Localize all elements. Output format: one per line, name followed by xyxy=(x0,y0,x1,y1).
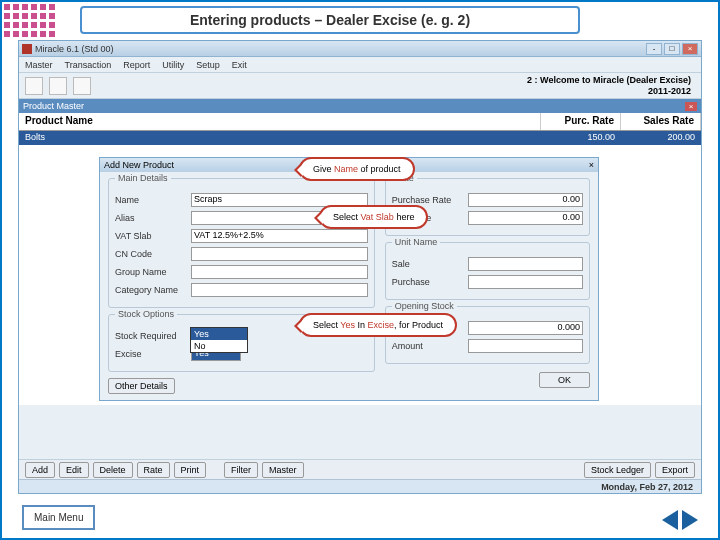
quantity-input[interactable]: 0.000 xyxy=(468,321,583,335)
status-date: Monday, Feb 27, 2012 xyxy=(601,482,693,492)
excise-label: Excise xyxy=(115,349,191,359)
amount-label: Amount xyxy=(392,341,468,351)
filter-button[interactable]: Filter xyxy=(224,462,258,478)
toolbar: 2 : Welcome to Miracle (Dealer Excise)20… xyxy=(19,73,701,99)
col-product-name[interactable]: Product Name xyxy=(19,113,541,130)
stock-ledger-button[interactable]: Stock Ledger xyxy=(584,462,651,478)
excise-dropdown-list: Yes No xyxy=(190,327,248,353)
dialog-close-icon[interactable]: × xyxy=(589,160,594,170)
next-slide-icon[interactable] xyxy=(682,510,698,530)
sale-rate-input[interactable]: 0.00 xyxy=(468,211,583,225)
print-button[interactable]: Print xyxy=(174,462,207,478)
callout-name: Give Name of product xyxy=(299,157,415,181)
stock-required-label: Stock Required xyxy=(115,331,191,341)
add-button[interactable]: Add xyxy=(25,462,55,478)
main-details-fieldset: Main Details NameScraps Alias VAT SlabVA… xyxy=(108,178,375,308)
col-purc-rate[interactable]: Purc. Rate xyxy=(541,113,621,130)
edit-button[interactable]: Edit xyxy=(59,462,89,478)
group-label: Group Name xyxy=(115,267,191,277)
ok-button[interactable]: OK xyxy=(539,372,590,388)
sale-unit-label: Sale xyxy=(392,259,468,269)
category-input[interactable] xyxy=(191,283,368,297)
alias-label: Alias xyxy=(115,213,191,223)
tool-icon-3[interactable] xyxy=(73,77,91,95)
menu-exit[interactable]: Exit xyxy=(232,60,247,70)
purchase-rate-input[interactable]: 0.00 xyxy=(468,193,583,207)
cn-code-input[interactable] xyxy=(191,247,368,261)
excise-option-yes[interactable]: Yes xyxy=(191,328,247,340)
master-button[interactable]: Master xyxy=(262,462,304,478)
rate-button[interactable]: Rate xyxy=(137,462,170,478)
export-button[interactable]: Export xyxy=(655,462,695,478)
action-bar: Add Edit Delete Rate Print Filter Master… xyxy=(19,459,701,479)
col-sales-rate[interactable]: Sales Rate xyxy=(621,113,701,130)
group-input[interactable] xyxy=(191,265,368,279)
amount-input[interactable] xyxy=(468,339,583,353)
name-label: Name xyxy=(115,195,191,205)
menu-transaction[interactable]: Transaction xyxy=(65,60,112,70)
menu-setup[interactable]: Setup xyxy=(196,60,220,70)
add-product-dialog: Add New Product × Main Details NameScrap… xyxy=(99,157,599,401)
callout-vat: Select Vat Slab here xyxy=(319,205,428,229)
slide-nav xyxy=(662,510,698,530)
main-menu-button[interactable]: Main Menu xyxy=(22,505,95,530)
tool-icon-1[interactable] xyxy=(25,77,43,95)
vat-label: VAT Slab xyxy=(115,231,191,241)
titlebar: Miracle 6.1 (Std 00) - □ × xyxy=(19,41,701,57)
close-button[interactable]: × xyxy=(682,43,698,55)
callout-excise: Select Yes In Excise, for Product xyxy=(299,313,457,337)
menu-report[interactable]: Report xyxy=(123,60,150,70)
minimize-button[interactable]: - xyxy=(646,43,662,55)
app-icon xyxy=(22,44,32,54)
grid-row[interactable]: Bolts 150.00 200.00 xyxy=(19,131,701,145)
slide-title: Entering products – Dealer Excise (e. g.… xyxy=(80,6,580,34)
application-window: Miracle 6.1 (Std 00) - □ × Master Transa… xyxy=(18,40,702,494)
purchase-unit-input[interactable] xyxy=(468,275,583,289)
maximize-button[interactable]: □ xyxy=(664,43,680,55)
status-bar: Monday, Feb 27, 2012 xyxy=(19,479,701,493)
cn-label: CN Code xyxy=(115,249,191,259)
slide-decoration xyxy=(4,4,55,37)
grid-header: Product Name Purc. Rate Sales Rate xyxy=(19,113,701,131)
welcome-text: 2 : Welcome to Miracle (Dealer Excise)20… xyxy=(523,73,695,99)
purchase-unit-label: Purchase xyxy=(392,277,468,287)
excise-option-no[interactable]: No xyxy=(191,340,247,352)
vat-slab-select[interactable]: VAT 12.5%+2.5% xyxy=(191,229,368,243)
product-master-close-icon[interactable]: × xyxy=(685,102,697,111)
menu-master[interactable]: Master xyxy=(25,60,53,70)
grid-body: Add New Product × Main Details NameScrap… xyxy=(19,145,701,405)
category-label: Category Name xyxy=(115,285,191,295)
prev-slide-icon[interactable] xyxy=(662,510,678,530)
purchase-rate-label: Purchase Rate xyxy=(392,195,468,205)
menu-utility[interactable]: Utility xyxy=(162,60,184,70)
sale-unit-input[interactable] xyxy=(468,257,583,271)
window-title: Miracle 6.1 (Std 00) xyxy=(35,44,646,54)
menubar: Master Transaction Report Utility Setup … xyxy=(19,57,701,73)
product-master-header: Product Master × xyxy=(19,99,701,113)
other-details-button[interactable]: Other Details xyxy=(108,378,175,394)
unit-name-fieldset: Unit Name Sale Purchase xyxy=(385,242,590,300)
tool-icon-2[interactable] xyxy=(49,77,67,95)
delete-button[interactable]: Delete xyxy=(93,462,133,478)
